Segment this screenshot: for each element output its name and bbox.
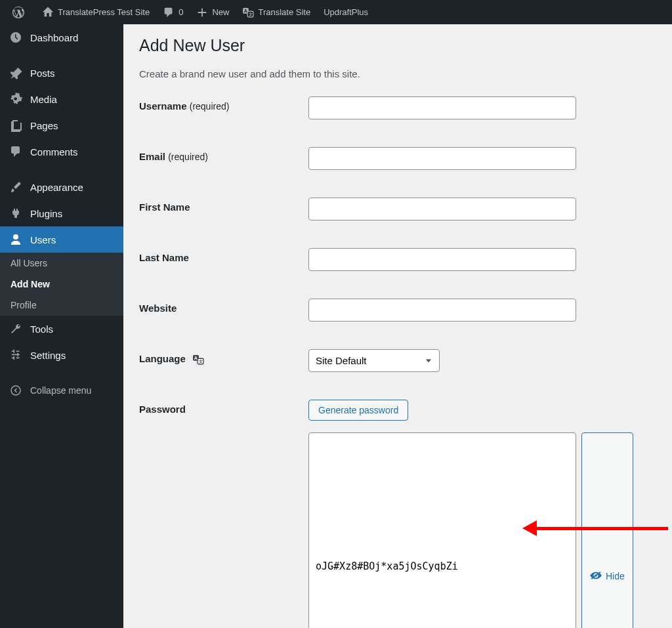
brush-icon bbox=[9, 180, 22, 194]
sliders-icon bbox=[9, 348, 22, 362]
admin-sidebar: Dashboard Posts Media Pages Comments App… bbox=[0, 24, 123, 628]
page-subtitle: Create a brand new user and add them to … bbox=[139, 68, 656, 79]
email-label: Email (required) bbox=[139, 147, 308, 162]
eye-slash-icon bbox=[590, 571, 602, 582]
generate-password-button[interactable]: Generate password bbox=[308, 400, 408, 421]
language-label: Language A文 bbox=[139, 349, 308, 365]
submenu-profile[interactable]: Profile bbox=[0, 295, 123, 316]
menu-tools[interactable]: Tools bbox=[0, 316, 123, 342]
menu-posts[interactable]: Posts bbox=[0, 60, 123, 86]
menu-media[interactable]: Media bbox=[0, 86, 123, 112]
updraft-label: UpdraftPlus bbox=[324, 7, 368, 17]
menu-label: Posts bbox=[30, 68, 55, 79]
menu-label: Tools bbox=[30, 324, 53, 335]
translate-link[interactable]: A文 Translate Site bbox=[236, 0, 317, 24]
comment-icon bbox=[163, 7, 175, 18]
wordpress-icon bbox=[12, 6, 25, 19]
hide-password-button[interactable]: Hide bbox=[581, 432, 633, 628]
submenu-all-users[interactable]: All Users bbox=[0, 253, 123, 274]
firstname-label: First Name bbox=[139, 198, 308, 213]
menu-appearance[interactable]: Appearance bbox=[0, 174, 123, 200]
username-input[interactable] bbox=[308, 96, 576, 119]
new-link[interactable]: New bbox=[190, 0, 236, 24]
plug-icon bbox=[9, 207, 22, 220]
menu-label: Users bbox=[30, 234, 56, 245]
svg-point-4 bbox=[11, 386, 20, 395]
page-title: Add New User bbox=[139, 36, 656, 55]
updraft-link[interactable]: UpdraftPlus bbox=[317, 0, 375, 24]
main-content: Add New User Create a brand new user and… bbox=[123, 24, 672, 628]
translate-label: Translate Site bbox=[258, 7, 310, 17]
menu-label: Dashboard bbox=[30, 32, 78, 43]
menu-dashboard[interactable]: Dashboard bbox=[0, 24, 123, 51]
lastname-input[interactable] bbox=[308, 248, 576, 271]
username-label: Username (required) bbox=[139, 96, 308, 112]
translate-icon: A文 bbox=[192, 354, 204, 365]
menu-label: Media bbox=[30, 94, 57, 105]
firstname-input[interactable] bbox=[308, 198, 576, 220]
svg-text:A: A bbox=[194, 356, 198, 361]
collapse-menu[interactable]: Collapse menu bbox=[0, 377, 123, 404]
password-input[interactable] bbox=[308, 432, 576, 628]
menu-label: Plugins bbox=[30, 208, 62, 219]
password-label: Password bbox=[139, 400, 308, 415]
comments-link[interactable]: 0 bbox=[156, 0, 190, 24]
submenu-add-new[interactable]: Add New bbox=[0, 274, 123, 295]
svg-text:A: A bbox=[244, 9, 247, 14]
language-select[interactable]: Site Default bbox=[308, 349, 440, 372]
users-submenu: All Users Add New Profile bbox=[0, 253, 123, 316]
menu-plugins[interactable]: Plugins bbox=[0, 200, 123, 226]
menu-label: Pages bbox=[30, 120, 58, 131]
wp-logo[interactable] bbox=[5, 0, 35, 24]
plus-icon bbox=[196, 7, 208, 18]
admin-bar: TranslatePress Test Site 0 New A文 Transl… bbox=[0, 0, 672, 24]
menu-label: Comments bbox=[30, 146, 78, 157]
pages-icon bbox=[9, 119, 22, 132]
menu-users[interactable]: Users bbox=[0, 226, 123, 253]
media-icon bbox=[9, 93, 22, 106]
collapse-icon bbox=[9, 384, 22, 397]
svg-text:文: 文 bbox=[248, 12, 253, 16]
email-input[interactable] bbox=[308, 147, 576, 170]
menu-label: Settings bbox=[30, 350, 66, 361]
new-label: New bbox=[212, 7, 229, 17]
comment-count: 0 bbox=[178, 7, 183, 17]
menu-settings[interactable]: Settings bbox=[0, 342, 123, 368]
user-icon bbox=[9, 233, 22, 246]
collapse-label: Collapse menu bbox=[30, 385, 91, 396]
website-label: Website bbox=[139, 299, 308, 314]
website-input[interactable] bbox=[308, 299, 576, 322]
svg-text:文: 文 bbox=[198, 359, 203, 364]
menu-pages[interactable]: Pages bbox=[0, 112, 123, 138]
lastname-label: Last Name bbox=[139, 248, 308, 263]
comment-icon bbox=[9, 145, 22, 158]
menu-label: Appearance bbox=[30, 182, 83, 193]
dashboard-icon bbox=[9, 31, 22, 44]
translate-icon: A文 bbox=[242, 7, 254, 18]
home-icon bbox=[42, 7, 54, 18]
menu-comments[interactable]: Comments bbox=[0, 138, 123, 165]
site-title: TranslatePress Test Site bbox=[58, 7, 150, 17]
wrench-icon bbox=[9, 322, 22, 335]
pin-icon bbox=[9, 66, 22, 79]
site-link[interactable]: TranslatePress Test Site bbox=[35, 0, 156, 24]
